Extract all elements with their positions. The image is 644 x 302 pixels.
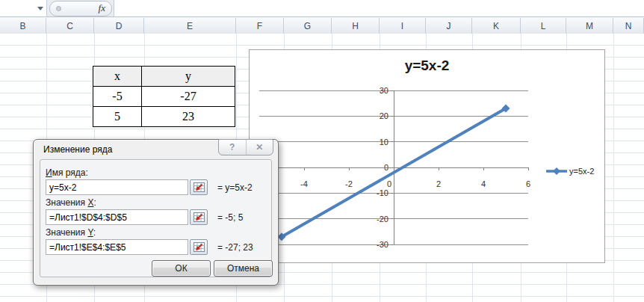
- dialog-content-panel: Имя ряда: = y=5x-2 Значения X:: [40, 159, 272, 277]
- table-row: 5 23: [93, 107, 235, 127]
- column-header-i[interactable]: I: [380, 18, 426, 34]
- series-name-input[interactable]: [46, 179, 188, 195]
- x-values-range-button[interactable]: [190, 209, 208, 225]
- dialog-system-buttons: ? ✕: [218, 139, 273, 155]
- y-axis-tick-label: 20: [380, 111, 388, 120]
- help-icon: ?: [229, 142, 235, 152]
- y-values-result: = -27; 23: [217, 242, 253, 253]
- table-cell[interactable]: 23: [142, 107, 235, 127]
- x-values-result: = -5; 5: [217, 212, 243, 223]
- y-axis-tick-label: 30: [380, 86, 388, 95]
- edit-series-dialog: Изменение ряда ? ✕ Имя ряда:: [33, 139, 279, 286]
- y-axis-tick-label: -10: [377, 188, 388, 197]
- splitter-dot-icon: [56, 6, 61, 11]
- series-name-label: Имя ряда:: [46, 167, 88, 178]
- x-axis-tick-label: 0: [387, 179, 391, 188]
- column-headers: BCDEFGHIJKLMN: [0, 17, 644, 35]
- range-selector-icon: [193, 182, 205, 192]
- table-cell[interactable]: 5: [93, 107, 142, 127]
- excel-window: fx BCDEFGHIJKLMN x y -5 -27 5 23 y=5x-2 …: [0, 0, 644, 302]
- table-header-y[interactable]: y: [142, 67, 235, 87]
- legend-marker-icon: [545, 167, 569, 176]
- name-box-dropdown-icon[interactable]: [37, 7, 43, 10]
- column-header-l[interactable]: L: [521, 18, 566, 34]
- table-cell[interactable]: -5: [93, 87, 142, 107]
- y-values-range-button[interactable]: [190, 239, 208, 255]
- column-header-d[interactable]: D: [94, 18, 144, 34]
- table-row: -5 -27: [93, 87, 235, 107]
- column-header-h[interactable]: H: [332, 18, 380, 34]
- column-header-m[interactable]: M: [566, 18, 613, 34]
- series-name-result: = y=5x-2: [217, 182, 253, 193]
- column-header-b[interactable]: B: [0, 18, 46, 34]
- column-header-e[interactable]: E: [144, 18, 236, 34]
- x-values-label: Значения X:: [46, 197, 96, 208]
- y-values-input[interactable]: [46, 239, 188, 255]
- close-icon: ✕: [256, 142, 263, 152]
- column-header-j[interactable]: J: [426, 18, 472, 34]
- y-axis-tick-label: -20: [377, 215, 388, 224]
- x-axis-tick-label: 4: [481, 179, 486, 188]
- grid-line: [613, 34, 614, 302]
- column-header-f[interactable]: F: [236, 18, 284, 34]
- close-button[interactable]: ✕: [246, 140, 273, 155]
- x-axis-tick-label: -2: [345, 179, 353, 188]
- x-values-input[interactable]: [46, 209, 188, 225]
- table-cell[interactable]: -27: [142, 87, 235, 107]
- column-header-g[interactable]: G: [284, 18, 332, 34]
- data-table: x y -5 -27 5 23: [93, 66, 235, 127]
- table-header-x[interactable]: x: [93, 67, 142, 87]
- x-axis-tick-label: 6: [526, 179, 530, 188]
- cancel-button[interactable]: Отмена: [214, 260, 273, 277]
- formula-bar-splitter: fx: [49, 1, 112, 16]
- series-name-range-button[interactable]: [190, 179, 208, 195]
- chart-legend[interactable]: y=5x-2: [545, 166, 594, 176]
- x-axis-tick-label: 2: [436, 179, 441, 188]
- range-selector-icon: [193, 212, 205, 222]
- column-header-c[interactable]: C: [46, 18, 94, 34]
- formula-bar-row: fx: [0, 0, 644, 17]
- help-button[interactable]: ?: [219, 140, 246, 155]
- ok-button[interactable]: ОК: [152, 260, 211, 277]
- dialog-title: Изменение ряда: [43, 144, 112, 155]
- table-row: x y: [93, 67, 235, 87]
- y-axis-tick-label: -30: [377, 240, 388, 249]
- chart-object[interactable]: y=5x-2 3020100-10-20-30-6-4-20246 y=5x-2: [249, 49, 605, 263]
- y-axis-tick-label: 10: [380, 138, 388, 147]
- formula-bar-input[interactable]: [114, 0, 644, 16]
- range-selector-icon: [193, 242, 205, 252]
- column-header-n[interactable]: N: [613, 18, 644, 34]
- chart-plot-area: 3020100-10-20-30-6-4-20246: [250, 50, 604, 262]
- x-axis-tick-label: -4: [300, 179, 308, 188]
- column-header-k[interactable]: K: [472, 18, 521, 34]
- insert-function-icon[interactable]: fx: [99, 2, 105, 14]
- y-values-label: Значения Y:: [46, 227, 96, 238]
- legend-label: y=5x-2: [569, 167, 594, 176]
